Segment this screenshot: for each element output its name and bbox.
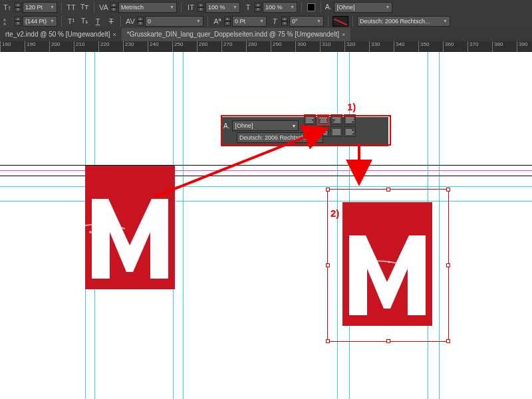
spinner[interactable]: ▲▼ (224, 16, 231, 27)
tab-document-1[interactable]: rte_v2.indd @ 50 % [Umgewandelt] × (0, 28, 122, 41)
page-edge (0, 165, 532, 166)
control-toolbar: TT ▲▼ 120 Pt▼ TT Tᴛ VA ▲▼ Metrisch▼ IT ▲… (0, 0, 532, 28)
spinner[interactable]: ▲▼ (198, 2, 204, 13)
leading-value: (144 Pt) (25, 18, 47, 25)
dropdown-arrow-icon: ▼ (259, 19, 264, 23)
dropdown-arrow-icon: ▼ (317, 19, 321, 23)
tracking-icon: AV (125, 16, 136, 27)
baseline-input[interactable]: 0 Pt▼ (232, 16, 267, 27)
vscale-icon: T (243, 2, 253, 13)
ruler-tick: 270 (221, 41, 232, 52)
spinner[interactable]: ▲▼ (137, 16, 144, 27)
placed-graphic-m-right[interactable] (342, 202, 432, 326)
none-stroke-icon (333, 17, 348, 26)
separator (352, 16, 353, 27)
para-style-dropdown[interactable]: [Ohne]▼ (334, 2, 392, 13)
strikethrough-icon[interactable]: T (106, 16, 116, 27)
ruler-tick: 350 (418, 41, 429, 52)
small-caps-icon[interactable]: Tᴛ (79, 2, 90, 13)
ruler-tick: 280 (246, 41, 257, 52)
separator (181, 2, 182, 13)
ruler-tick: 220 (98, 41, 109, 52)
resize-handle[interactable] (446, 339, 450, 343)
ruler-tick: 320 (344, 41, 355, 52)
separator (120, 16, 121, 27)
placed-graphic-m-left[interactable] (85, 166, 175, 289)
svg-point-6 (98, 226, 100, 228)
ruler-tick: 300 (295, 41, 306, 52)
dropdown-arrow-icon: ▼ (50, 5, 55, 9)
resize-handle[interactable] (326, 188, 330, 192)
skew-value: 0° (292, 18, 298, 25)
vscale-value: 100 % (265, 4, 283, 11)
dropdown-arrow-icon: ▼ (233, 5, 237, 9)
spinner[interactable]: ▲▼ (255, 2, 261, 13)
guide-vertical[interactable] (183, 52, 184, 399)
spinner[interactable]: ▲▼ (281, 16, 288, 27)
close-icon[interactable]: × (112, 28, 116, 41)
annotation-label-1: 1) (347, 101, 356, 112)
leading-input[interactable]: (144 Pt)▼ (23, 16, 57, 27)
baseline-group: Aª ▲▼ 0 Pt▼ (212, 16, 267, 27)
hscale-value: 100 % (208, 4, 225, 11)
document-canvas[interactable]: A. [Ohne] ▼ Deutsch: 2006 Rechtsch... (0, 52, 532, 399)
superscript-icon[interactable]: T¹ (66, 16, 76, 27)
hscale-group: IT ▲▼ 100 %▼ (186, 2, 240, 13)
guide-horizontal[interactable] (0, 201, 532, 201)
ruler-tick: 210 (74, 41, 84, 52)
separator (94, 2, 94, 13)
horizontal-ruler[interactable]: 1801902002102202302402502602702802903003… (0, 41, 532, 52)
ruler-tick: 250 (172, 41, 183, 52)
hscale-input[interactable]: 100 %▼ (205, 2, 240, 13)
ruler-tick: 290 (271, 41, 281, 52)
resize-handle[interactable] (386, 188, 390, 192)
leading-icon: AA (3, 16, 13, 27)
fill-icon[interactable] (306, 2, 317, 13)
separator (321, 2, 321, 13)
language-dropdown[interactable]: Deutsch: 2006 Rechtsch...▼ (357, 16, 450, 27)
kerning-input[interactable]: Metrisch▼ (118, 2, 177, 13)
subscript-icon[interactable]: T₁ (79, 16, 90, 27)
resize-handle[interactable] (386, 339, 390, 343)
tracking-input[interactable]: 0▼ (145, 16, 203, 27)
guide-horizontal[interactable] (0, 186, 532, 187)
dropdown-arrow-icon: ▼ (386, 5, 390, 9)
ruler-tick: 370 (467, 41, 478, 52)
tab-label: rte_v2.indd @ 50 % [Umgewandelt] (5, 28, 110, 41)
font-size-group: TT ▲▼ 120 Pt▼ (3, 2, 57, 13)
font-size-input[interactable]: 120 Pt▼ (23, 2, 57, 13)
skew-input[interactable]: 0°▼ (289, 16, 324, 27)
spinner[interactable]: ▲▼ (15, 2, 21, 13)
resize-handle[interactable] (446, 188, 450, 192)
separator (61, 2, 62, 13)
spinner[interactable]: ▲▼ (110, 2, 117, 13)
stroke-swatch[interactable] (332, 16, 348, 27)
resize-handle[interactable] (326, 339, 330, 343)
svg-text:T: T (8, 6, 11, 11)
letter-m-graphic (342, 202, 432, 326)
vscale-input[interactable]: 100 %▼ (263, 2, 297, 13)
skew-group: T ▲▼ 0°▼ (269, 16, 324, 27)
dropdown-arrow-icon: ▼ (290, 5, 295, 9)
all-caps-icon[interactable]: TT (66, 2, 76, 13)
ruler-tick: 390 (517, 41, 527, 52)
language-value: Deutsch: 2006 Rechtsch... (360, 18, 430, 25)
skew-icon: T (269, 16, 280, 27)
baseline-value: 0 Pt (235, 18, 245, 25)
hscale-icon: IT (186, 2, 196, 13)
svg-point-9 (388, 261, 390, 263)
para-style-label: A. (325, 3, 331, 11)
ruler-tick: 190 (25, 41, 35, 52)
tab-document-2[interactable]: *Grusskarte_DIN_lang_quer_Doppelseiten.i… (122, 28, 350, 41)
annotation-label-2: 2) (331, 207, 339, 219)
spinner[interactable]: ▲▼ (15, 16, 21, 27)
resize-handle[interactable] (446, 263, 450, 267)
letter-m-graphic (85, 166, 175, 289)
ruler-tick: 310 (320, 41, 331, 52)
tracking-group: AV ▲▼ 0▼ (125, 16, 203, 27)
baseline-icon: Aª (212, 16, 223, 27)
ruler-tick: 240 (148, 41, 158, 52)
underline-icon[interactable]: T (92, 16, 103, 27)
resize-handle[interactable] (326, 263, 330, 267)
close-icon[interactable]: × (342, 28, 345, 41)
